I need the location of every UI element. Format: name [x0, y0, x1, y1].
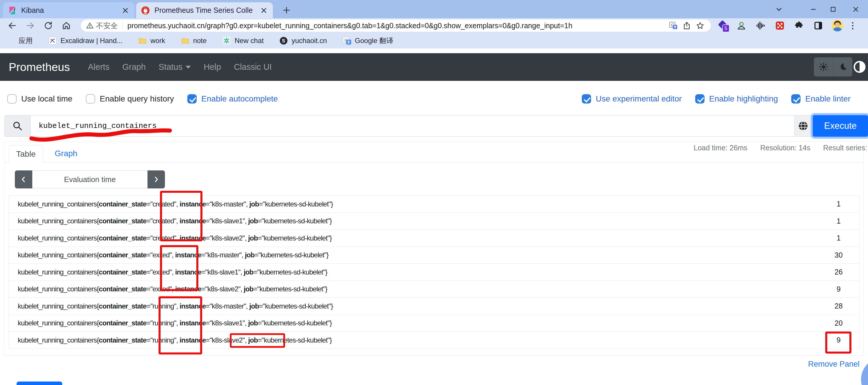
bookmark-label: note: [193, 37, 207, 45]
series-expression: kubelet_running_containers{container_sta…: [9, 234, 818, 242]
table-row[interactable]: kubelet_running_containers{container_sta…: [9, 332, 859, 349]
series-value: 30: [818, 251, 859, 259]
profile-avatar[interactable]: [831, 20, 843, 32]
options-row: Use local time Enable query history Enab…: [0, 92, 868, 106]
table-row[interactable]: kubelet_running_containers{container_sta…: [9, 264, 859, 281]
person-extension-icon[interactable]: [735, 20, 748, 32]
table-row[interactable]: kubelet_running_containers{container_sta…: [9, 298, 859, 315]
option-enable-query-history[interactable]: Enable query history: [86, 94, 174, 103]
nav-link-classic-ui[interactable]: Classic UI: [227, 62, 278, 72]
nav-link-help[interactable]: Help: [197, 62, 227, 72]
share-icon[interactable]: [681, 20, 692, 31]
tab-graph[interactable]: Graph: [55, 145, 78, 162]
table-row[interactable]: kubelet_running_containers{container_sta…: [9, 230, 859, 247]
bookmark-note[interactable]: note: [181, 36, 207, 45]
new-tab-button[interactable]: [280, 3, 293, 17]
prometheus-logo-icon: [141, 6, 150, 15]
bookmark-apps[interactable]: 应用: [6, 36, 33, 45]
series-expression: kubelet_running_containers{container_sta…: [9, 319, 818, 327]
navbar-links: Alerts Graph Status Help Classic UI: [82, 62, 278, 72]
option-enable-autocomplete[interactable]: Enable autocomplete: [187, 94, 278, 103]
query-expression-input[interactable]: kubelet_running_containers: [31, 115, 795, 137]
evaluation-time-input[interactable]: Evaluation time: [32, 170, 148, 188]
option-label: Enable query history: [100, 94, 174, 103]
chatgpt-icon: [222, 36, 231, 45]
home-icon[interactable]: [60, 19, 73, 32]
bookmark-google-translate[interactable]: G Google 翻译: [343, 36, 393, 45]
window-maximize-icon[interactable]: [825, 0, 842, 18]
bookmark-label: New chat: [235, 37, 264, 45]
bookmark-new-chat[interactable]: New chat: [222, 36, 264, 45]
nav-link-graph[interactable]: Graph: [116, 62, 152, 72]
waveform-extension-icon[interactable]: [754, 20, 767, 32]
bookmark-star-icon[interactable]: [694, 20, 706, 31]
checkbox-unchecked[interactable]: [86, 94, 95, 103]
series-expression: kubelet_running_containers{container_sta…: [9, 217, 818, 225]
table-row[interactable]: kubelet_running_containers{container_sta…: [9, 213, 859, 230]
checkbox-checked[interactable]: [187, 94, 197, 103]
evaluation-prev-button[interactable]: [15, 170, 32, 188]
option-enable-highlighting[interactable]: Enable highlighting: [695, 94, 778, 103]
checkbox-checked[interactable]: [791, 94, 801, 103]
remove-panel-link[interactable]: Remove Panel: [808, 360, 860, 369]
execute-button[interactable]: Execute: [813, 115, 868, 137]
table-row[interactable]: kubelet_running_containers{container_sta…: [9, 315, 859, 332]
bookmark-excalidraw[interactable]: Excalidraw | Hand...: [48, 36, 122, 45]
bookmark-yuchaoit[interactable]: S yuchaoit.cn: [279, 36, 327, 45]
sidebar-icon[interactable]: [812, 20, 825, 32]
evaluation-next-button[interactable]: [148, 170, 165, 188]
folder-icon: [181, 36, 190, 45]
chevron-left-icon: [20, 175, 27, 183]
security-warning[interactable]: 不安全: [86, 21, 118, 31]
warning-triangle-icon: [86, 22, 94, 29]
option-use-experimental-editor[interactable]: Use experimental editor: [582, 94, 682, 103]
option-use-local-time[interactable]: Use local time: [7, 94, 72, 103]
add-panel-button[interactable]: [17, 382, 62, 385]
excalidraw-icon: [48, 36, 57, 45]
checkbox-unchecked[interactable]: [7, 94, 17, 103]
url-text[interactable]: prometheus.yuchaoit.cn/graph?g0.expr=kub…: [127, 22, 665, 30]
nav-link-status[interactable]: Status: [152, 62, 197, 72]
bookmarks-bar: 应用 Excalidraw | Hand... work note New ch…: [0, 33, 868, 49]
menu-kebab-icon[interactable]: [850, 20, 855, 32]
purple-extension-icon[interactable]: 5: [716, 20, 728, 32]
kibana-logo-icon: [7, 6, 17, 15]
dice-extension-icon[interactable]: [774, 20, 786, 32]
forward-icon[interactable]: [24, 19, 37, 32]
nav-link-alerts[interactable]: Alerts: [82, 62, 116, 72]
window-minimize-icon[interactable]: [805, 0, 822, 18]
tab-search-chevron-icon[interactable]: [770, 0, 788, 18]
browser-tab-prometheus[interactable]: Prometheus Time Series Colle: [136, 2, 273, 18]
light-theme-button[interactable]: [814, 57, 833, 76]
bookmark-work[interactable]: work: [138, 36, 165, 45]
window-close-icon[interactable]: [847, 0, 865, 18]
series-value: 1: [818, 200, 859, 208]
back-icon[interactable]: [6, 19, 19, 32]
annotation-box-value-9: [825, 331, 851, 354]
browser-tab-kibana[interactable]: Kibana: [3, 2, 134, 18]
translate-icon[interactable]: G: [668, 20, 679, 31]
address-bar[interactable]: 不安全 prometheus.yuchaoit.cn/graph?g0.expr…: [81, 20, 711, 32]
checkbox-checked[interactable]: [695, 94, 705, 103]
globe-icon: [797, 120, 809, 132]
checkbox-checked[interactable]: [582, 94, 591, 103]
floating-action-button[interactable]: [861, 358, 868, 385]
tab-table[interactable]: Table: [9, 145, 43, 163]
option-label: Enable highlighting: [709, 94, 778, 103]
option-enable-linter[interactable]: Enable linter: [791, 94, 850, 103]
reload-icon[interactable]: [42, 19, 55, 32]
table-row[interactable]: kubelet_running_containers{container_sta…: [9, 196, 859, 213]
close-tab-icon[interactable]: [121, 6, 130, 15]
auto-theme-button[interactable]: [851, 57, 868, 76]
table-row[interactable]: kubelet_running_containers{container_sta…: [9, 247, 859, 264]
prometheus-brand[interactable]: Prometheus: [9, 61, 70, 73]
series-value: 26: [818, 268, 859, 276]
table-row[interactable]: kubelet_running_containers{container_sta…: [9, 281, 859, 298]
metrics-table-body: kubelet_running_containers{container_sta…: [9, 196, 859, 349]
metrics-explorer-button[interactable]: [795, 115, 812, 137]
dark-theme-button[interactable]: [833, 57, 852, 76]
tab-divider: [5, 162, 863, 163]
search-addon: [4, 115, 31, 137]
puzzle-extensions-icon[interactable]: [793, 20, 805, 32]
close-tab-icon[interactable]: [259, 6, 268, 15]
